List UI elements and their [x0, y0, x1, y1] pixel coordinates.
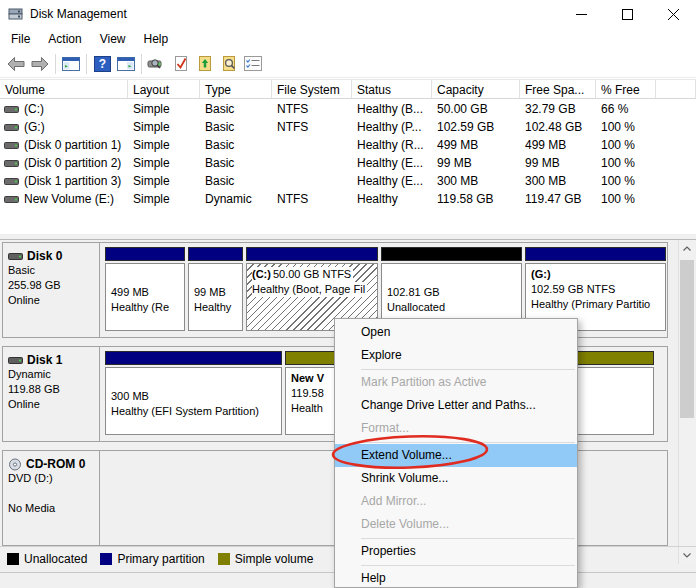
cell-freespace: 119.47 GB — [520, 190, 596, 208]
cdrom-drive-letter: DVD (D:) — [8, 471, 95, 486]
cell-type: Basic — [200, 118, 272, 136]
disk0-header[interactable]: Disk 0 Basic 255.98 GB Online — [3, 243, 100, 337]
partition-status: Healthy (Boot, Page Fil — [252, 282, 367, 297]
column-header-layout[interactable]: Layout — [128, 80, 200, 98]
cell-type: Basic — [200, 172, 272, 190]
disk-name: CD-ROM 0 — [26, 457, 85, 471]
volume-icon — [4, 195, 19, 204]
cdrom-header[interactable]: CD-ROM 0 DVD (D:) No Media — [3, 451, 100, 545]
column-header-filesystem[interactable]: File System — [272, 80, 352, 98]
cell-capacity: 300 MB — [432, 172, 520, 190]
partition-color-band — [246, 247, 378, 261]
menu-item-help[interactable]: Help — [335, 567, 577, 588]
legend-swatch-simple — [218, 553, 230, 565]
cell-filesystem — [272, 136, 352, 154]
svg-text:?: ? — [98, 57, 105, 71]
cell-freespace: 300 MB — [520, 172, 596, 190]
volume-name: New Volume (E:) — [24, 190, 114, 208]
forward-icon[interactable] — [28, 53, 52, 75]
check-status-icon[interactable] — [169, 53, 193, 75]
cell-layout: Simple — [128, 172, 200, 190]
partition-status: Healthy (EFI System Partition) — [111, 404, 281, 419]
volume-icon — [4, 123, 19, 132]
column-header-type[interactable]: Type — [200, 80, 272, 98]
volume-list: (C:) Simple Basic NTFS Healthy (B... 50.… — [0, 100, 696, 208]
export-icon[interactable] — [193, 53, 217, 75]
column-header-filler — [656, 80, 696, 98]
cdrom-media-status: No Media — [8, 501, 95, 516]
cell-filesystem: NTFS — [272, 100, 352, 118]
volume-icon — [4, 159, 19, 168]
table-row[interactable]: New Volume (E:) Simple Dynamic NTFS Heal… — [0, 190, 696, 208]
menu-item-open[interactable]: Open — [335, 321, 577, 344]
partition-color-band — [525, 247, 666, 261]
legend-swatch-primary — [100, 553, 112, 565]
table-row[interactable]: (Disk 0 partition 2) Simple Basic Health… — [0, 154, 696, 172]
table-row[interactable]: (Disk 0 partition 1) Simple Basic Health… — [0, 136, 696, 154]
menu-item-mark-partition-active: Mark Partition as Active — [335, 371, 577, 394]
maximize-button[interactable] — [604, 0, 650, 28]
cell-pctfree: 100 % — [596, 172, 656, 190]
menu-separator — [361, 565, 575, 566]
menu-bar: File Action View Help — [0, 28, 696, 50]
volume-name: (Disk 0 partition 2) — [24, 154, 121, 172]
column-header-pctfree[interactable]: % Free — [596, 80, 656, 98]
partition-size: 499 MB — [111, 285, 184, 300]
legend-label: Primary partition — [117, 552, 204, 566]
menu-item-change-drive-letter[interactable]: Change Drive Letter and Paths... — [335, 394, 577, 417]
menu-file[interactable]: File — [2, 29, 39, 49]
menu-item-shrink-volume[interactable]: Shrink Volume... — [335, 467, 577, 490]
cell-capacity: 99 MB — [432, 154, 520, 172]
legend-item-primary-partition: Primary partition — [100, 552, 204, 566]
cell-layout: Simple — [128, 190, 200, 208]
scroll-up-icon[interactable] — [679, 240, 695, 257]
menu-action[interactable]: Action — [39, 29, 90, 49]
menu-item-explore[interactable]: Explore — [335, 344, 577, 367]
legend-item-unallocated: Unallocated — [7, 552, 87, 566]
cell-layout: Simple — [128, 118, 200, 136]
cell-freespace: 102.48 GB — [520, 118, 596, 136]
column-header-capacity[interactable]: Capacity — [432, 80, 520, 98]
menu-view[interactable]: View — [91, 29, 135, 49]
pane-splitter[interactable] — [0, 233, 696, 240]
cell-status: Healthy (E... — [352, 154, 432, 172]
partition-disk0-2[interactable]: 99 MBHealthy — [188, 247, 243, 335]
menu-item-delete-volume: Delete Volume... — [335, 513, 577, 536]
disk1-header[interactable]: Disk 1 Dynamic 119.88 GB Online — [3, 347, 100, 441]
toolbar-separator — [141, 54, 142, 74]
back-icon[interactable] — [4, 53, 28, 75]
disk-size: 119.88 GB — [8, 382, 95, 397]
window-title: Disk Management — [30, 7, 127, 21]
search-folder-icon[interactable] — [217, 53, 241, 75]
table-row[interactable]: (Disk 1 partition 3) Simple Basic Health… — [0, 172, 696, 190]
console-tree-icon[interactable] — [59, 53, 83, 75]
close-button[interactable] — [650, 0, 696, 28]
partition-disk0-1[interactable]: 499 MBHealthy (Re — [105, 247, 185, 335]
cell-filesystem — [272, 172, 352, 190]
vertical-scrollbar[interactable] — [678, 240, 695, 564]
scroll-down-icon[interactable] — [679, 547, 695, 564]
table-row[interactable]: (C:) Simple Basic NTFS Healthy (B... 50.… — [0, 100, 696, 118]
column-header-freespace[interactable]: Free Spa... — [520, 80, 596, 98]
column-header-status[interactable]: Status — [352, 80, 432, 98]
action-pane-icon[interactable] — [114, 53, 138, 75]
table-row[interactable]: (G:) Simple Basic NTFS Healthy (P... 102… — [0, 118, 696, 136]
minimize-button[interactable] — [558, 0, 604, 28]
menu-item-extend-volume[interactable]: Extend Volume... — [335, 444, 577, 467]
menu-item-properties[interactable]: Properties — [335, 540, 577, 563]
details-icon[interactable] — [241, 53, 265, 75]
toolbar-separator — [55, 54, 56, 74]
scrollbar-thumb[interactable] — [680, 260, 694, 418]
legend: Unallocated Primary partition Simple vol… — [7, 552, 313, 566]
partition-efi-system[interactable]: 300 MBHealthy (EFI System Partition) — [105, 351, 282, 439]
menu-help[interactable]: Help — [135, 29, 178, 49]
help-icon[interactable]: ? — [90, 53, 114, 75]
cell-type: Basic — [200, 154, 272, 172]
partition-size: 99 MB — [194, 285, 242, 300]
column-header-volume[interactable]: Volume — [0, 80, 128, 98]
legend-item-simple-volume: Simple volume — [218, 552, 314, 566]
cell-pctfree: 100 % — [596, 154, 656, 172]
partition-color-band — [188, 247, 243, 261]
volume-table-header: Volume Layout Type File System Status Ca… — [0, 79, 696, 99]
disk-device-icon[interactable] — [145, 53, 169, 75]
